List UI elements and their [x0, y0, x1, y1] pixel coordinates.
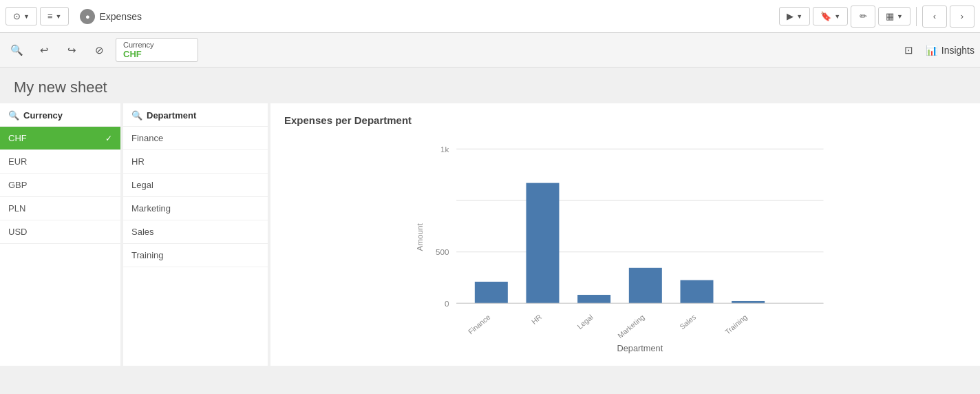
dept-item-hr[interactable]: HR [123, 150, 268, 174]
currency-eur-label: EUR [8, 156, 27, 167]
sheet-title-bar: My new sheet [0, 68, 980, 103]
dept-item-training[interactable]: Training [123, 244, 268, 267]
bar-legal[interactable] [577, 295, 610, 303]
svg-text:Finance: Finance [467, 313, 492, 336]
selection-tool[interactable]: ⊡ [898, 39, 920, 61]
sheet-title: My new sheet [14, 79, 966, 96]
toolbar-left: ⊙ ▼ ≡ ▼ ● Expenses [6, 7, 779, 25]
currency-item-pln[interactable]: PLN [0, 197, 120, 220]
redo-tool[interactable]: ↪ [61, 39, 83, 61]
bookmark-button[interactable]: 🔖 ▼ [813, 7, 848, 25]
app-name-area: ● Expenses [72, 9, 149, 24]
play-icon: ▶ [787, 11, 793, 21]
department-search-icon[interactable]: 🔍 [131, 110, 142, 121]
svg-text:Sales: Sales [678, 313, 697, 331]
dept-item-finance[interactable]: Finance [123, 127, 268, 150]
dropdown-caret-2: ▼ [56, 13, 62, 20]
main-content: 🔍 Currency CHF ✓ EUR GBP PLN USD 🔍 Depar… [0, 103, 980, 380]
dept-finance-label: Finance [131, 133, 163, 143]
svg-text:Marketing: Marketing [616, 313, 646, 340]
toolbar-right: ▶ ▼ 🔖 ▼ ✏ ▦ ▼ ‹ › [779, 6, 974, 28]
redo-icon: ↪ [67, 44, 76, 56]
dept-item-marketing[interactable]: Marketing [123, 197, 268, 220]
list-icon: ≡ [47, 11, 53, 21]
bar-hr[interactable] [526, 183, 560, 304]
currency-filter-value: CHF [123, 49, 191, 59]
department-panel: 🔍 Department Finance HR Legal Marketing … [123, 103, 268, 366]
department-panel-header: 🔍 Department [123, 103, 268, 127]
clear-icon: ⊘ [95, 44, 104, 56]
svg-text:500: 500 [436, 247, 449, 256]
bar-chart-svg: 1k 500 0 Amount Finance [284, 134, 966, 355]
dept-item-sales[interactable]: Sales [123, 220, 268, 244]
prev-button[interactable]: ‹ [922, 6, 947, 28]
currency-panel-title: Currency [23, 110, 63, 121]
currency-filter-label: Currency [123, 41, 191, 49]
chart-area: Expenses per Department 1k 500 0 Amount [270, 103, 980, 366]
chart-type-button[interactable]: ▦ ▼ [878, 7, 910, 25]
chevron-right-icon: › [961, 11, 963, 21]
nav-menu-button[interactable]: ≡ ▼ [40, 7, 70, 25]
svg-text:1k: 1k [440, 145, 449, 154]
present-button[interactable]: ▶ ▼ [779, 7, 810, 25]
dropdown-caret: ▼ [23, 13, 30, 20]
bar-sales[interactable] [681, 280, 714, 304]
app-name-label: Expenses [99, 11, 141, 22]
insights-label: Insights [941, 45, 974, 56]
currency-chf-label: CHF [8, 133, 27, 143]
dept-legal-label: Legal [131, 180, 153, 190]
pencil-icon: ✏ [860, 11, 867, 21]
department-panel-title: Department [147, 110, 196, 121]
chart-title: Expenses per Department [284, 114, 966, 126]
currency-item-chf[interactable]: CHF ✓ [0, 127, 120, 150]
currency-item-gbp[interactable]: GBP [0, 174, 120, 197]
insights-button[interactable]: 📊 Insights [926, 45, 974, 56]
dept-item-legal[interactable]: Legal [123, 174, 268, 197]
check-icon: ✓ [105, 134, 112, 143]
filter-bar-right: ⊡ 📊 Insights [898, 39, 974, 61]
chart-caret: ▼ [897, 13, 903, 20]
chevron-left-icon: ‹ [933, 11, 936, 21]
currency-usd-label: USD [8, 227, 27, 237]
search-icon: 🔍 [10, 44, 23, 56]
app-menu-button[interactable]: ⊙ ▼ [6, 7, 37, 25]
next-button[interactable]: › [950, 6, 974, 28]
bar-finance[interactable] [475, 282, 508, 303]
bookmark-caret: ▼ [834, 13, 840, 20]
edit-button[interactable]: ✏ [851, 6, 875, 28]
svg-text:Department: Department [617, 343, 663, 353]
bookmark-icon: 🔖 [820, 11, 831, 21]
chart-icon: ▦ [886, 11, 894, 21]
compass-icon: ⊙ [13, 11, 21, 21]
undo-icon: ↩ [40, 44, 49, 56]
insights-icon: 📊 [926, 45, 937, 56]
main-toolbar: ⊙ ▼ ≡ ▼ ● Expenses ▶ ▼ 🔖 ▼ ✏ ▦ ▼ [0, 0, 980, 33]
svg-text:HR: HR [530, 313, 544, 326]
currency-filter-chip[interactable]: Currency CHF [116, 38, 198, 62]
bar-marketing[interactable] [629, 268, 662, 304]
svg-text:0: 0 [445, 299, 449, 308]
selection-icon: ⊡ [904, 44, 913, 56]
dept-sales-label: Sales [131, 227, 154, 237]
app-icon: ● [80, 9, 95, 24]
svg-text:Amount: Amount [415, 222, 424, 251]
currency-panel-header: 🔍 Currency [0, 103, 120, 127]
currency-gbp-label: GBP [8, 180, 27, 190]
chart-container: 1k 500 0 Amount Finance [284, 134, 966, 355]
currency-item-usd[interactable]: USD [0, 220, 120, 244]
clear-tool[interactable]: ⊘ [88, 39, 110, 61]
dept-marketing-label: Marketing [131, 203, 171, 214]
svg-text:Legal: Legal [575, 313, 595, 331]
currency-pln-label: PLN [8, 203, 25, 214]
search-tool[interactable]: 🔍 [6, 39, 28, 61]
svg-text:Training: Training [723, 313, 749, 336]
dept-training-label: Training [131, 250, 163, 260]
toolbar-divider [916, 7, 917, 26]
undo-tool[interactable]: ↩ [33, 39, 55, 61]
filter-bar: 🔍 ↩ ↪ ⊘ Currency CHF ⊡ 📊 Insights [0, 33, 980, 68]
currency-item-eur[interactable]: EUR [0, 150, 120, 174]
dept-hr-label: HR [131, 156, 145, 167]
currency-panel: 🔍 Currency CHF ✓ EUR GBP PLN USD [0, 103, 120, 366]
present-caret: ▼ [796, 13, 802, 20]
currency-search-icon[interactable]: 🔍 [8, 110, 19, 121]
